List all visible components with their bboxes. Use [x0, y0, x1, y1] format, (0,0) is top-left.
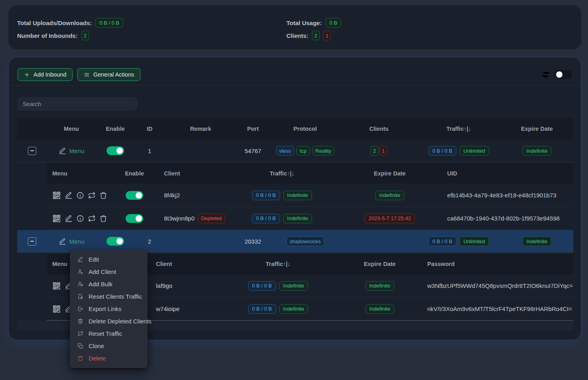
- menu-item-export-links[interactable]: Export Links: [70, 303, 148, 315]
- sub-header-traffic[interactable]: Traffic↑|↓: [226, 170, 338, 177]
- clone-icon: [77, 343, 83, 349]
- info-icon[interactable]: [76, 191, 84, 199]
- delete-client-icon[interactable]: [99, 191, 107, 199]
- client-name: w74ioipe: [150, 305, 218, 312]
- menu-item-delete[interactable]: Delete: [70, 352, 148, 364]
- sub-header-password: Password: [422, 261, 573, 267]
- stat-clients-active: 2: [312, 31, 320, 40]
- header-traffic[interactable]: Traffic↑|↓: [417, 126, 501, 132]
- delete-depleted-clients-icon: [77, 318, 83, 324]
- info-icon[interactable]: [76, 215, 84, 222]
- minus-icon: [30, 150, 34, 151]
- header-expire-date: Expire Date: [501, 126, 573, 132]
- inbound-menu-button[interactable]: Menu: [47, 238, 96, 245]
- menu-item-add-client[interactable]: Add Client: [70, 266, 148, 278]
- general-actions-label: General Actions: [93, 71, 134, 78]
- protocol-tag: vless: [276, 146, 294, 156]
- edit-pencil-icon: [59, 238, 66, 245]
- sub-header-enable: Enable: [110, 170, 158, 177]
- qrcode-icon[interactable]: [52, 282, 61, 290]
- header-enable: Enable: [96, 126, 134, 132]
- table-header-row: Menu Enable ID Remark Port Protocol Clie…: [17, 118, 573, 140]
- depleted-badge: Depleted: [198, 214, 225, 223]
- sub-header-expire: Expire Date: [338, 261, 422, 267]
- client-traffic-limit-badge: Indefinite: [279, 281, 308, 291]
- reset-traffic-icon[interactable]: [88, 215, 96, 222]
- inbound-port: 54767: [237, 148, 269, 154]
- traffic-badge: 0 B / 0 B: [428, 146, 456, 156]
- expire-badge: Indefinite: [523, 146, 552, 156]
- stat-clients-depleted: 1: [323, 31, 331, 40]
- sub-header-uid: UID: [442, 170, 573, 177]
- client-row: 8f4kj2 0 B / 0 B Indefinite Indefinite e…: [47, 184, 573, 207]
- inbound-id: 1: [134, 148, 165, 154]
- menu-item-add-bulk[interactable]: Add Bulk: [70, 278, 148, 290]
- enable-toggle[interactable]: [107, 146, 124, 155]
- minus-icon: [30, 241, 34, 242]
- stat-clients-label: Clients:: [286, 32, 308, 39]
- collapse-row-button[interactable]: [28, 147, 36, 155]
- edit-client-icon[interactable]: [65, 191, 73, 199]
- panel-toolbar: Add Inbound General Actions: [9, 57, 581, 86]
- client-expire-badge: Indefinite: [375, 191, 404, 200]
- traffic-limit-badge: Unlimited: [460, 146, 489, 156]
- client-traffic-limit-badge: Indefinite: [283, 214, 312, 223]
- edit-pencil-icon: [59, 147, 66, 155]
- menu-item-reset-traffic[interactable]: Reset Traffic: [70, 327, 148, 340]
- header-id: ID: [134, 126, 165, 132]
- enable-toggle[interactable]: [107, 237, 124, 246]
- stat-uploads-downloads-value: 0 B / 0 B: [95, 18, 123, 28]
- client-password: w3NfbzUPf5WWd745Q8pvsmQrdrttT2IO6knuI7Di…: [422, 282, 573, 289]
- add-bulk-icon: [77, 281, 83, 287]
- stat-uploads-downloads-label: Total Uploads/Downloads:: [17, 20, 92, 26]
- clients-depleted-badge: 1: [380, 146, 387, 156]
- header-clients: Clients: [341, 126, 417, 132]
- stat-total-usage-label: Total Usage:: [286, 20, 322, 26]
- inbound-context-menu: Edit Add Client Add Bulk Reset Clients T…: [70, 250, 148, 368]
- qrcode-icon[interactable]: [52, 191, 61, 200]
- collapse-row-button[interactable]: [28, 237, 36, 246]
- menu-bars-icon: [84, 72, 90, 78]
- client-traffic-limit-badge: Indefinite: [279, 304, 308, 314]
- client-row: 8t3wjnn8p0 Depleted 0 B / 0 B Indefinite…: [47, 207, 573, 230]
- client-enable-toggle[interactable]: [126, 191, 143, 200]
- stat-inbounds-count-label: Number of Inbounds:: [17, 32, 78, 39]
- sub-header-traffic[interactable]: Traffic↑|↓: [218, 261, 338, 267]
- protocol-tag: shadowsocks: [286, 236, 324, 246]
- client-enable-toggle[interactable]: [126, 214, 143, 223]
- clients-table-header: Menu Enable Client Traffic↑|↓ Expire Dat…: [47, 162, 573, 184]
- theme-toggle[interactable]: [555, 70, 572, 79]
- header-menu: Menu: [47, 126, 96, 132]
- search-input[interactable]: [18, 97, 137, 110]
- client-uid: efb14b43-4a79-4e83-ef18-e48cf1901b73: [442, 192, 573, 199]
- add-inbound-label: Add Inbound: [34, 71, 66, 78]
- reset-traffic-icon[interactable]: [88, 191, 96, 199]
- client-name: laf9go: [150, 282, 218, 289]
- stats-card: Total Uploads/Downloads: 0 B / 0 B Total…: [8, 5, 581, 49]
- qrcode-icon[interactable]: [52, 305, 61, 313]
- add-inbound-button[interactable]: Add Inbound: [18, 68, 73, 81]
- edit-client-icon[interactable]: [65, 215, 73, 222]
- delete-client-icon[interactable]: [99, 215, 107, 222]
- menu-item-reset-clients-traffic[interactable]: Reset Clients Traffic: [70, 290, 148, 303]
- sub-header-menu: Menu: [47, 170, 110, 177]
- stat-inbounds-count: Number of Inbounds: 2: [17, 29, 286, 42]
- client-traffic-badge: 0 B / 0 B: [248, 281, 276, 291]
- stat-uploads-downloads: Total Uploads/Downloads: 0 B / 0 B: [17, 16, 286, 29]
- expire-badge: Indefinite: [523, 236, 552, 246]
- client-traffic-limit-badge: Indefinite: [283, 191, 312, 200]
- sub-header-expire: Expire Date: [338, 170, 442, 177]
- general-actions-button[interactable]: General Actions: [77, 68, 140, 81]
- plus-icon: [24, 72, 30, 78]
- qrcode-icon[interactable]: [52, 214, 61, 223]
- traffic-badge: 0 B / 0 B: [428, 236, 456, 246]
- refresh-icon[interactable]: [542, 71, 550, 79]
- reset-traffic-icon: [77, 331, 83, 337]
- inbound-menu-button[interactable]: Menu: [47, 147, 96, 155]
- client-traffic-badge: 0 B / 0 B: [248, 304, 276, 314]
- inbound-id: 2: [134, 238, 165, 245]
- traffic-limit-badge: Unlimited: [460, 236, 489, 246]
- menu-item-edit[interactable]: Edit: [70, 253, 148, 266]
- menu-item-delete-depleted-clients[interactable]: Delete Depleted Clients: [70, 315, 148, 327]
- menu-item-clone[interactable]: Clone: [70, 340, 148, 352]
